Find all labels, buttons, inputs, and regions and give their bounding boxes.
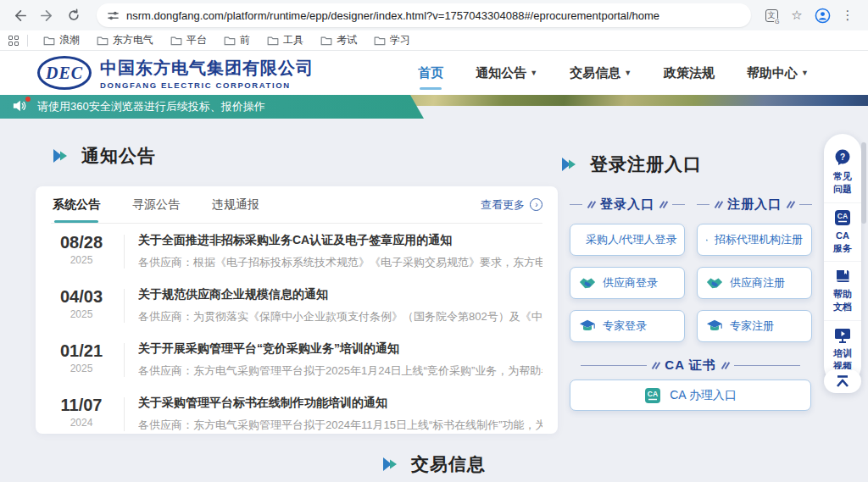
announcement-title[interactable]: 关于开展采购管理平台“竞价采购业务”培训的通知 <box>138 341 542 357</box>
svg-text:CA: CA <box>648 390 658 398</box>
browser-notice-bar: 请使用360安全浏览器进行后续投标、报价操作 <box>0 95 424 119</box>
expert-register-button[interactable]: 专家注册 <box>697 310 812 342</box>
announcement-row[interactable]: 11/07 2024 关于采购管理平台标书在线制作功能培训的通知 各供应商：东方… <box>51 386 542 440</box>
nav-item-policies[interactable]: 政策法规 <box>664 60 715 86</box>
divider <box>27 35 28 47</box>
announcement-date: 11/07 2024 <box>51 396 112 429</box>
forward-button[interactable] <box>36 4 58 26</box>
announcement-tabs: 系统公告 寻源公告 违规通报 查看更多 › <box>51 186 542 224</box>
svg-text:CA: CA <box>837 212 848 220</box>
sidebar-item-help-docs[interactable]: 帮助文档 <box>824 261 861 320</box>
bid-agency-register-button[interactable]: 招标代理机构注册 <box>697 224 812 256</box>
announcement-date: 01/21 2025 <box>51 341 112 374</box>
bookmark-folder[interactable]: 考试 <box>314 31 364 49</box>
login-column-header: 登录入口 <box>570 197 685 213</box>
trade-info-section-title: 交易信息 <box>382 452 486 476</box>
bookmark-label: 考试 <box>337 33 357 47</box>
reload-icon <box>67 8 81 22</box>
divider <box>124 235 125 269</box>
buyer-agent-login-button[interactable]: 采购人/代理人登录 <box>570 224 685 256</box>
graduation-cap-icon <box>706 319 723 334</box>
bookmark-folder[interactable]: 平台 <box>164 31 214 49</box>
nav-item-home[interactable]: 首页 <box>418 60 443 86</box>
tab-system-notices[interactable]: 系统公告 <box>51 187 102 223</box>
bookmark-label: 学习 <box>390 33 410 47</box>
section-arrow-icon <box>382 457 401 472</box>
bookmark-star-button[interactable]: ☆ <box>788 7 805 24</box>
view-more-link[interactable]: 查看更多 › <box>481 197 542 213</box>
apps-grid-icon[interactable] <box>8 36 19 46</box>
reload-button[interactable] <box>63 4 85 26</box>
company-name-cn: 中国东方电气集团有限公司 <box>100 57 314 80</box>
trade-info-section: 交易信息 <box>0 452 868 476</box>
bookmark-folder[interactable]: 学习 <box>367 31 417 49</box>
folder-icon <box>374 36 386 46</box>
profile-button[interactable] <box>814 7 831 24</box>
bookmark-label: 平台 <box>186 33 207 47</box>
supplier-login-button[interactable]: 供应商登录 <box>570 267 685 299</box>
supplier-register-button[interactable]: 供应商注册 <box>697 267 812 299</box>
video-icon <box>833 327 852 344</box>
graduation-cap-icon <box>579 319 596 334</box>
bookmark-folder[interactable]: 东方电气 <box>90 31 160 49</box>
bookmark-label: 前 <box>240 33 250 47</box>
announcements-section-title: 通知公告 <box>53 144 156 168</box>
main-nav: 首页 通知公告▼ 交易信息▼ 政策法规 帮助中心▼ <box>418 60 831 86</box>
announcement-excerpt: 各供应商：东方电气采购管理平台拟于2024年11月15日上线“标书在线制作”功能… <box>138 418 542 433</box>
folder-icon <box>97 36 108 46</box>
handshake-icon <box>579 275 596 291</box>
announcement-title[interactable]: 关于全面推进非招标采购业务CA认证及电子签章应用的通知 <box>138 233 542 248</box>
folder-icon <box>267 36 279 46</box>
building-icon <box>706 232 708 248</box>
ca-section-header: CA 证书 <box>570 357 811 374</box>
announcement-row[interactable]: 04/03 2025 关于规范供应商企业规模信息的通知 各供应商：为贯彻落实《保… <box>51 278 542 332</box>
bookmark-folder[interactable]: 工具 <box>260 31 310 49</box>
section-arrow-icon <box>561 157 580 172</box>
browser-toolbar: nsrm.dongfang.com/platform/runtime/epp/d… <box>0 0 868 30</box>
divider <box>124 397 125 431</box>
bookmarks-bar: 浪潮 东方电气 平台 前 工具 考试 学习 <box>0 30 868 51</box>
announcement-row[interactable]: 01/21 2025 关于开展采购管理平台“竞价采购业务”培训的通知 各供应商：… <box>51 332 542 386</box>
announcement-row[interactable]: 08/28 2025 关于全面推进非招标采购业务CA认证及电子签章应用的通知 各… <box>51 224 542 278</box>
dec-logo[interactable]: DEC <box>37 56 92 90</box>
translate-icon: 文 <box>765 9 778 22</box>
question-icon: ? <box>833 148 852 167</box>
sidebar-item-faq[interactable]: ? 常见问题 <box>824 142 861 202</box>
announcement-excerpt: 各供应商：东方电气采购管理平台拟于2025年1月24日上线“竞价采购”业务，为帮… <box>138 363 542 379</box>
tab-sourcing-notices[interactable]: 寻源公告 <box>131 187 181 223</box>
folder-icon <box>320 36 332 46</box>
ca-apply-button[interactable]: CA CA 办理入口 <box>570 380 811 411</box>
divider <box>124 343 125 377</box>
announcement-date: 08/28 2025 <box>51 233 112 266</box>
svg-text:?: ? <box>840 152 845 162</box>
expert-login-button[interactable]: 专家登录 <box>570 310 685 342</box>
announcement-title[interactable]: 关于规范供应商企业规模信息的通知 <box>138 287 542 302</box>
translate-button[interactable]: 文 <box>763 7 780 24</box>
nav-item-trade-info[interactable]: 交易信息▼ <box>570 60 632 86</box>
sidebar-item-ca-service[interactable]: CA CA 服务 <box>824 202 861 262</box>
company-name: 中国东方电气集团有限公司 DONGFANG ELECTRIC CORPORATI… <box>100 57 314 90</box>
site-header: DEC 中国东方电气集团有限公司 DONGFANG ELECTRIC CORPO… <box>0 51 868 95</box>
bookmark-folder[interactable]: 浪潮 <box>36 31 86 49</box>
bookmark-folder[interactable]: 前 <box>217 31 257 49</box>
ca-badge-icon: CA <box>644 387 661 404</box>
url-bar[interactable]: nsrm.dongfang.com/platform/runtime/epp/d… <box>97 3 751 27</box>
register-column-header: 注册入口 <box>697 197 812 213</box>
alert-dot <box>25 97 31 102</box>
menu-button[interactable]: ⋮ <box>839 7 856 24</box>
page-scrollbar[interactable] <box>861 142 866 224</box>
floating-sidebar: ? 常见问题 CA CA 服务 帮助文档 培训视频 <box>824 134 861 385</box>
tab-violation-reports[interactable]: 违规通报 <box>210 187 261 223</box>
handshake-icon <box>706 275 723 291</box>
nav-item-help-center[interactable]: 帮助中心▼ <box>747 60 809 86</box>
ca-badge-icon: CA <box>834 209 851 226</box>
back-to-top-button[interactable] <box>824 369 861 393</box>
forward-icon <box>40 8 54 23</box>
site-settings-icon[interactable] <box>107 9 120 22</box>
announcement-title[interactable]: 关于采购管理平台标书在线制作功能培训的通知 <box>138 396 542 411</box>
book-icon <box>834 268 852 285</box>
back-button[interactable] <box>8 4 31 26</box>
chevron-down-icon: ▼ <box>801 69 809 77</box>
nav-item-notices[interactable]: 通知公告▼ <box>476 60 537 86</box>
bookmark-label: 东方电气 <box>113 33 153 47</box>
